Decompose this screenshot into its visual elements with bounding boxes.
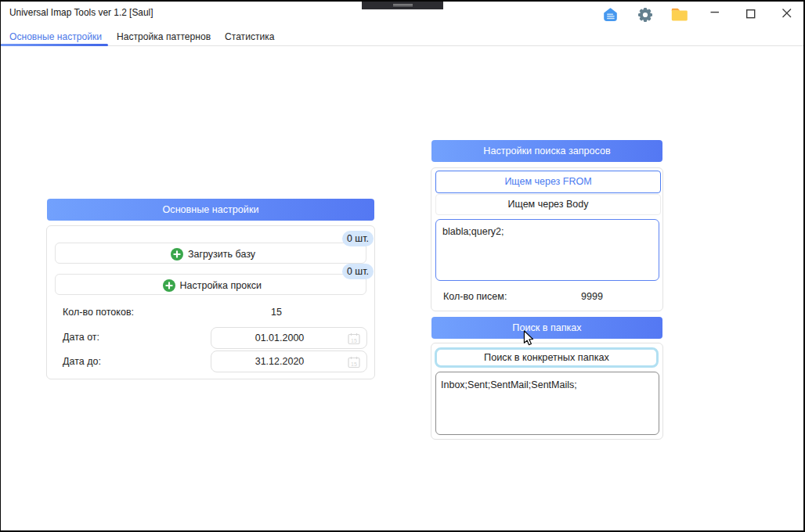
svg-text:15: 15 bbox=[351, 361, 357, 367]
svg-text:15: 15 bbox=[351, 338, 357, 343]
